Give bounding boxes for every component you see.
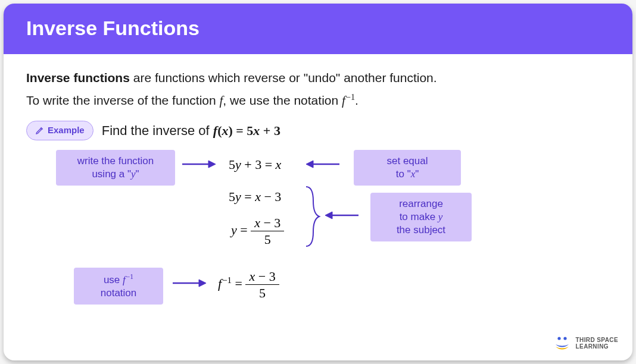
- arrow-right-icon: [181, 158, 217, 170]
- pencil-icon: [35, 126, 44, 135]
- svg-point-9: [563, 337, 566, 340]
- svg-marker-3: [306, 161, 313, 168]
- prompt-eq: f(x) = 5x + 3: [213, 123, 280, 138]
- intro-rest: are functions which reverse or "undo" an…: [130, 71, 437, 84]
- math-sup-neg1: −1: [346, 92, 355, 102]
- page-title: Inverse Functions: [26, 17, 610, 40]
- hint-use-notation: use f−1 notation: [74, 268, 163, 305]
- arrow-left-icon: [305, 158, 341, 170]
- brand-logo: THIRD SPACE LEARNING: [553, 335, 618, 351]
- work-area: write the function using a "y" 5y + 3 = …: [26, 150, 610, 340]
- equation-4: f−1 = x − 35: [218, 269, 279, 301]
- lesson-card: Inverse Functions Inverse functions are …: [4, 4, 632, 360]
- hint-set-equal-x: set equal to "x": [354, 150, 461, 186]
- brace-icon: [304, 184, 322, 249]
- arrow-left-icon: [324, 209, 360, 221]
- intro2-a: To write the inverse of the function: [26, 93, 220, 107]
- example-label: Example: [48, 124, 85, 137]
- svg-marker-1: [208, 161, 216, 168]
- equation-1: 5y + 3 = x: [229, 155, 281, 174]
- intro-bold: Inverse functions: [26, 71, 130, 84]
- svg-marker-7: [199, 280, 206, 287]
- arrow-right-icon: [172, 277, 207, 289]
- intro2-c: .: [355, 93, 358, 107]
- svg-marker-5: [325, 212, 332, 219]
- intro-line-1: Inverse functions are functions which re…: [26, 68, 610, 87]
- math-f-inv: f: [342, 93, 345, 108]
- intro-line-2: To write the inverse of the function f, …: [26, 91, 610, 111]
- equation-2: 5y = x − 3: [229, 187, 281, 206]
- equation-3: y = x − 35: [231, 215, 284, 247]
- hint-rearrange: rearrange to make y the subject: [370, 193, 472, 241]
- svg-point-8: [557, 337, 560, 340]
- hint-write-using-y: write the function using a "y": [56, 150, 175, 186]
- example-row: Example Find the inverse of f(x) = 5x + …: [26, 121, 610, 140]
- prompt-text: Find the inverse of: [102, 123, 213, 138]
- example-prompt: Find the inverse of f(x) = 5x + 3: [102, 121, 280, 140]
- content: Inverse functions are functions which re…: [4, 54, 632, 346]
- intro2-b: , we use the notation: [223, 93, 342, 107]
- logo-icon: [553, 335, 571, 351]
- example-badge: Example: [26, 121, 93, 140]
- header: Inverse Functions: [4, 4, 632, 54]
- logo-text: THIRD SPACE LEARNING: [576, 337, 618, 350]
